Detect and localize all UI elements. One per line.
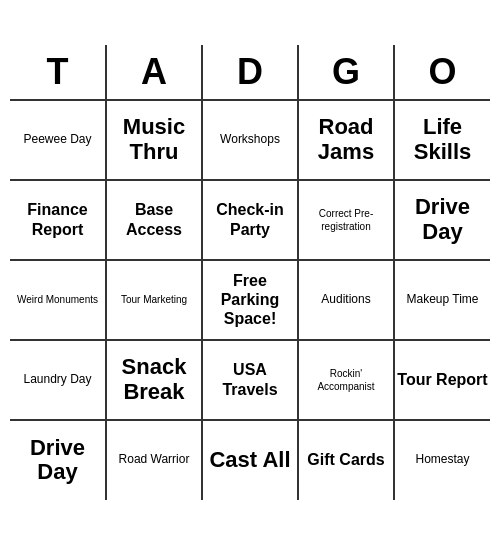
bingo-cell-0-2: Workshops	[202, 100, 298, 180]
bingo-cell-1-4: Drive Day	[394, 180, 490, 260]
bingo-cell-2-2: Free Parking Space!	[202, 260, 298, 340]
bingo-cell-4-4: Homestay	[394, 420, 490, 500]
bingo-cell-1-1: Base Access	[106, 180, 202, 260]
bingo-cell-0-4: Life Skills	[394, 100, 490, 180]
bingo-cell-0-0: Peewee Day	[10, 100, 106, 180]
bingo-cell-0-1: Music Thru	[106, 100, 202, 180]
bingo-row-1: Finance ReportBase AccessCheck-in PartyC…	[10, 180, 490, 260]
bingo-cell-2-4: Makeup Time	[394, 260, 490, 340]
bingo-row-2: Weird MonumentsTour MarketingFree Parkin…	[10, 260, 490, 340]
bingo-header-G: G	[298, 45, 394, 100]
bingo-cell-1-2: Check-in Party	[202, 180, 298, 260]
bingo-row-3: Laundry DaySnack BreakUSA TravelsRockin'…	[10, 340, 490, 420]
bingo-row-4: Drive DayRoad WarriorCast AllGift CardsH…	[10, 420, 490, 500]
bingo-header-O: O	[394, 45, 490, 100]
bingo-cell-1-0: Finance Report	[10, 180, 106, 260]
bingo-cell-2-3: Auditions	[298, 260, 394, 340]
bingo-header-A: A	[106, 45, 202, 100]
bingo-cell-4-0: Drive Day	[10, 420, 106, 500]
bingo-cell-2-0: Weird Monuments	[10, 260, 106, 340]
bingo-header-T: T	[10, 45, 106, 100]
bingo-row-0: Peewee DayMusic ThruWorkshopsRoad JamsLi…	[10, 100, 490, 180]
bingo-cell-3-1: Snack Break	[106, 340, 202, 420]
bingo-cell-4-3: Gift Cards	[298, 420, 394, 500]
bingo-cell-3-2: USA Travels	[202, 340, 298, 420]
bingo-cell-3-0: Laundry Day	[10, 340, 106, 420]
bingo-cell-3-4: Tour Report	[394, 340, 490, 420]
bingo-cell-4-2: Cast All	[202, 420, 298, 500]
bingo-card: TADGO Peewee DayMusic ThruWorkshopsRoad …	[10, 45, 490, 500]
bingo-header-D: D	[202, 45, 298, 100]
bingo-cell-0-3: Road Jams	[298, 100, 394, 180]
bingo-cell-2-1: Tour Marketing	[106, 260, 202, 340]
bingo-cell-1-3: Correct Pre-registration	[298, 180, 394, 260]
bingo-cell-4-1: Road Warrior	[106, 420, 202, 500]
bingo-cell-3-3: Rockin' Accompanist	[298, 340, 394, 420]
